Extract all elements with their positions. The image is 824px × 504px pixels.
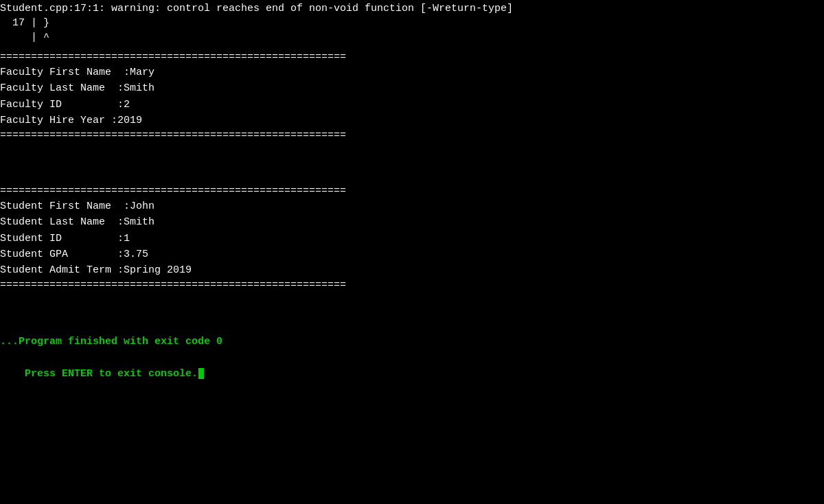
student-gpa: Student GPA :3.75 bbox=[0, 247, 824, 262]
faculty-last-name: Faculty Last Name :Smith bbox=[0, 80, 824, 96]
faculty-first-name: Faculty First Name :Mary bbox=[0, 65, 824, 80]
faculty-id: Faculty ID :2 bbox=[0, 97, 824, 113]
separator2: ========================================… bbox=[0, 128, 824, 143]
faculty-hire-year: Faculty Hire Year :2019 bbox=[0, 113, 824, 128]
press-enter-line: Press ENTER to exit console. bbox=[0, 350, 824, 398]
code-line2: | ^ bbox=[0, 30, 824, 45]
separator3: ========================================… bbox=[0, 184, 824, 198]
student-first-name: Student First Name :John bbox=[0, 198, 824, 214]
student-id: Student ID :1 bbox=[0, 231, 824, 247]
cursor bbox=[198, 368, 204, 379]
student-last-name: Student Last Name :Smith bbox=[0, 214, 824, 230]
separator4: ========================================… bbox=[0, 278, 824, 293]
terminal: Student.cpp:17:1: warning: control reach… bbox=[0, 0, 824, 504]
code-line1: 17 | } bbox=[0, 16, 824, 30]
student-admit-term: Student Admit Term :Spring 2019 bbox=[0, 262, 824, 278]
warning-line: Student.cpp:17:1: warning: control reach… bbox=[0, 0, 824, 16]
exit-message: ...Program finished with exit code 0 bbox=[0, 334, 824, 350]
separator1: ========================================… bbox=[0, 50, 824, 65]
press-enter-text: Press ENTER to exit console. bbox=[25, 368, 198, 380]
